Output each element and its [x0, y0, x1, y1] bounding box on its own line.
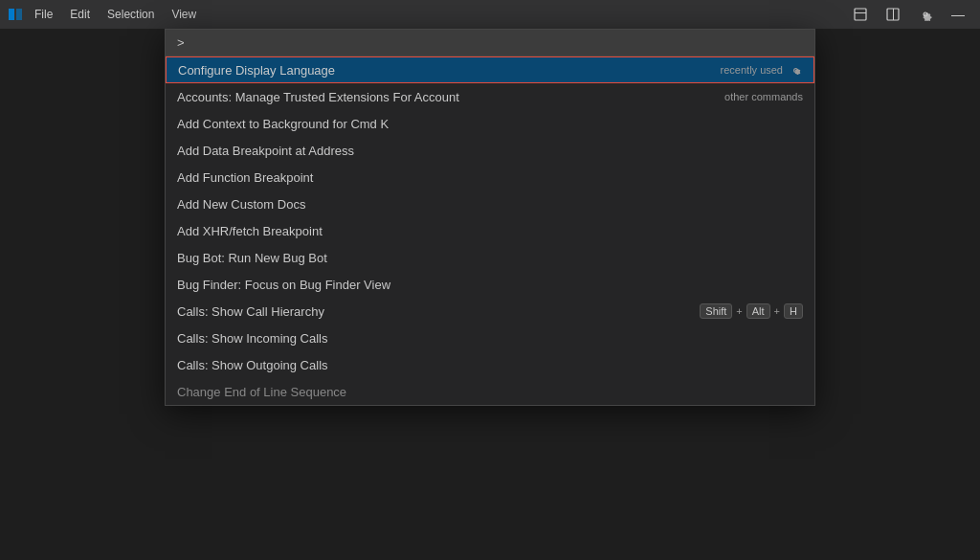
command-palette: > Configure Display Language recently us…	[165, 29, 815, 406]
svg-rect-3	[855, 12, 866, 13]
command-item-add-function-bp[interactable]: Add Function Breakpoint	[166, 164, 814, 190]
key-shift: Shift	[700, 303, 732, 319]
recently-used-label: recently used	[721, 64, 783, 76]
app-icon	[8, 7, 23, 22]
svg-rect-1	[16, 9, 22, 20]
command-item-text: Change End of Line Sequence	[177, 385, 346, 399]
command-item-change-eol[interactable]: Change End of Line Sequence	[166, 378, 814, 405]
results-list: Configure Display Language recently used…	[166, 56, 814, 405]
item-right-other: other commands	[724, 91, 803, 102]
menu-file[interactable]: File	[27, 6, 60, 23]
title-bar: File Edit Selection View —	[0, 0, 980, 29]
search-box: >	[166, 30, 814, 56]
item-right-recently-used: recently used	[721, 63, 802, 77]
key-h: H	[784, 303, 803, 319]
keyboard-shortcut: Shift + Alt + H	[700, 303, 803, 319]
command-item-text: Add Context to Background for Cmd K	[177, 117, 389, 131]
menu-edit[interactable]: Edit	[62, 6, 98, 23]
layout-btn-1[interactable]	[846, 3, 875, 26]
menu-view[interactable]: View	[164, 6, 204, 23]
plus-2: +	[774, 305, 780, 317]
command-item-text: Calls: Show Outgoing Calls	[177, 358, 328, 372]
command-item-accounts[interactable]: Accounts: Manage Trusted Extensions For …	[166, 83, 814, 110]
command-item-text: Add New Custom Docs	[177, 197, 305, 212]
command-item-bug-bot[interactable]: Bug Bot: Run New Bug Bot	[166, 244, 814, 271]
gear-icon[interactable]	[789, 63, 802, 77]
command-item-text: Add XHR/fetch Breakpoint	[177, 224, 323, 238]
command-item-add-context[interactable]: Add Context to Background for Cmd K	[166, 110, 814, 137]
layout-btn-2[interactable]	[879, 3, 907, 26]
settings-btn[interactable]	[911, 3, 940, 26]
command-item-calls-outgoing[interactable]: Calls: Show Outgoing Calls	[166, 351, 814, 378]
command-item-calls-incoming[interactable]: Calls: Show Incoming Calls	[166, 325, 814, 351]
command-item-add-custom-docs[interactable]: Add New Custom Docs	[166, 190, 814, 217]
other-commands-label: other commands	[724, 91, 803, 102]
command-item-text: Calls: Show Call Hierarchy	[177, 304, 324, 319]
command-item-add-xhr[interactable]: Add XHR/fetch Breakpoint	[166, 217, 814, 244]
plus-1: +	[736, 305, 742, 317]
command-item-text: Bug Bot: Run New Bug Bot	[177, 251, 327, 265]
command-item-calls-hierarchy[interactable]: Calls: Show Call Hierarchy Shift + Alt +…	[166, 298, 814, 325]
svg-rect-2	[855, 9, 866, 20]
minimize-btn[interactable]: —	[944, 3, 972, 26]
menu-selection[interactable]: Selection	[100, 6, 162, 23]
command-item-text: Accounts: Manage Trusted Extensions For …	[177, 90, 459, 104]
command-item-text: Add Data Breakpoint at Address	[177, 144, 354, 158]
command-item-text: Configure Display Language	[178, 63, 335, 78]
command-item-text: Bug Finder: Focus on Bug Finder View	[177, 278, 390, 292]
menu-bar: File Edit Selection View	[27, 6, 842, 23]
command-item-configure-display-language[interactable]: Configure Display Language recently used	[166, 56, 814, 83]
command-item-bug-finder[interactable]: Bug Finder: Focus on Bug Finder View	[166, 271, 814, 298]
svg-rect-0	[9, 9, 14, 20]
command-item-add-data-bp[interactable]: Add Data Breakpoint at Address	[166, 137, 814, 164]
svg-rect-5	[893, 9, 894, 20]
key-alt: Alt	[746, 303, 770, 319]
search-prefix: >	[177, 35, 185, 50]
search-input[interactable]	[190, 35, 803, 50]
title-bar-controls: —	[846, 3, 972, 26]
command-item-text: Calls: Show Incoming Calls	[177, 331, 328, 346]
command-item-text: Add Function Breakpoint	[177, 170, 313, 185]
